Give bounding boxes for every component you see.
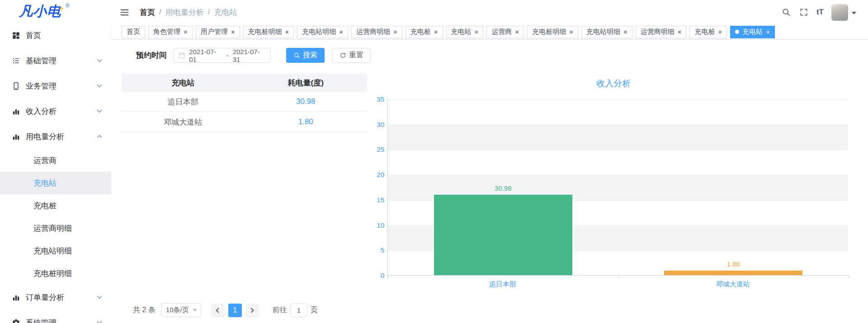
table-row: 邓城大道站1.80 [122, 112, 367, 132]
page-size-select[interactable]: 10条/页 [161, 303, 201, 317]
fullscreen-icon[interactable] [799, 7, 809, 17]
pagination: 共 2 条 10条/页 1 前往 页 [133, 303, 318, 317]
close-icon[interactable]: × [339, 28, 343, 35]
station-cell: 追日本部 [122, 92, 245, 112]
tab-7[interactable]: 充电站× [446, 26, 484, 38]
tab-1[interactable]: 角色管理× [148, 26, 193, 38]
y-axis-tick-label: 15 [374, 196, 384, 204]
active-tab-dot [735, 30, 739, 34]
sidebar-item-1[interactable]: 基础管理 [0, 48, 111, 73]
page-number-button[interactable]: 1 [228, 304, 242, 317]
tab-5[interactable]: 运营商明细× [351, 26, 402, 38]
mobile-icon [12, 82, 20, 90]
tags-view-bar: 首页角色管理×用户管理×充电桩明细×充电站明细×运营商明细×充电桩×充电站×运营… [111, 24, 868, 40]
sidebar-subitem-4-1[interactable]: 充电站 [0, 172, 111, 194]
content: 预约时间 2021-07-01 - 2021-07-31 搜索 重置 充电站耗电 [111, 40, 868, 323]
app-logo[interactable]: 凡小电 ® [0, 0, 111, 23]
chart-title: 收入分析 [374, 78, 853, 89]
goto-label: 前往 [273, 305, 287, 315]
goto-page-input[interactable] [290, 303, 307, 317]
sidebar-subitem-label: 运营商 [33, 155, 57, 166]
search-icon [293, 52, 300, 59]
close-icon[interactable]: × [393, 28, 397, 35]
sidebar-item-5[interactable]: 订单量分析 [0, 285, 111, 310]
sidebar-subitem-4-3[interactable]: 运营商明细 [0, 217, 111, 239]
close-icon[interactable]: × [475, 28, 479, 35]
sidebar-subitem-4-2[interactable]: 充电桩 [0, 194, 111, 217]
start-date-value[interactable]: 2021-07-01 [189, 48, 222, 63]
reset-button[interactable]: 重置 [332, 48, 371, 63]
breadcrumb-item-1: 用电量分析 [165, 7, 204, 18]
sidebar-item-label: 用电量分析 [26, 131, 98, 142]
tab-label: 运营商 [491, 28, 512, 36]
sidebar-subitem-label: 充电桩 [33, 201, 57, 211]
tab-3[interactable]: 充电桩明细× [243, 26, 294, 38]
close-icon[interactable]: × [678, 28, 682, 35]
close-icon[interactable]: × [231, 28, 235, 35]
y-axis-tick-label: 20 [374, 171, 384, 179]
sidebar-subitem-label: 充电桩明细 [33, 268, 72, 279]
y-axis-tick-label: 35 [374, 95, 384, 103]
breadcrumb-separator: / [208, 8, 210, 17]
tab-0[interactable]: 首页 [122, 26, 145, 38]
prev-page-button[interactable] [211, 304, 225, 317]
avatar[interactable] [831, 4, 848, 21]
hamburger-icon[interactable] [119, 7, 130, 18]
bar-chart-icon [12, 132, 20, 141]
chevron-down-icon[interactable] [852, 12, 856, 17]
close-icon[interactable]: × [718, 28, 722, 35]
breadcrumb-item-0[interactable]: 首页 [140, 7, 155, 18]
sidebar-subitem-4-4[interactable]: 充电站明细 [0, 239, 111, 262]
sidebar-item-label: 收入分析 [26, 106, 98, 117]
tab-12[interactable]: 充电桩× [689, 26, 727, 38]
search-icon[interactable] [781, 7, 791, 17]
date-range-picker[interactable]: 2021-07-01 - 2021-07-31 [173, 48, 271, 63]
tab-label: 充电桩明细 [248, 28, 282, 36]
sidebar-item-label: 基础管理 [26, 56, 98, 66]
font-size-icon[interactable]: tT [816, 7, 824, 17]
gridline [388, 175, 848, 175]
x-axis-category-label: 邓城大道站 [664, 280, 802, 289]
close-icon[interactable]: × [766, 28, 770, 35]
sidebar-item-2[interactable]: 业务管理 [0, 73, 111, 98]
close-icon[interactable]: × [434, 28, 438, 35]
sidebar-subitem-4-5[interactable]: 充电桩明细 [0, 262, 111, 285]
split-area-band [388, 125, 848, 150]
close-icon[interactable]: × [184, 28, 188, 35]
tab-2[interactable]: 用户管理× [196, 26, 240, 38]
breadcrumb-item-2: 充电站 [214, 7, 237, 18]
tab-10[interactable]: 充电站明细× [581, 26, 632, 38]
column-header: 耗电量(度) [245, 74, 368, 92]
tab-8[interactable]: 运营商× [486, 26, 524, 38]
reset-button-label: 重置 [349, 51, 363, 60]
sidebar-item-4[interactable]: 用电量分析 [0, 124, 111, 149]
sidebar-item-label: 订单量分析 [26, 292, 98, 303]
next-page-button[interactable] [245, 304, 259, 317]
gridline [388, 99, 848, 100]
tab-13[interactable]: 充电站× [730, 26, 775, 38]
close-icon[interactable]: × [623, 28, 627, 35]
close-icon[interactable]: × [285, 28, 289, 35]
y-axis-tick-label: 30 [374, 121, 384, 129]
chart-bar [434, 195, 572, 275]
tab-label: 充电站明细 [302, 28, 336, 36]
sidebar-subitem-4-0[interactable]: 运营商 [0, 149, 111, 172]
sidebar-item-3[interactable]: 收入分析 [0, 98, 111, 124]
sidebar-item-6[interactable]: 系统管理 [0, 310, 111, 323]
refresh-icon [340, 52, 346, 59]
tab-4[interactable]: 充电站明细× [297, 26, 348, 38]
search-button[interactable]: 搜索 [286, 48, 325, 63]
calendar-icon [178, 51, 185, 59]
sidebar: 凡小电 ® 首页基础管理业务管理收入分析用电量分析运营商充电站充电桩运营商明细充… [0, 0, 111, 323]
tab-label: 充电站明细 [586, 28, 620, 36]
tab-6[interactable]: 充电桩× [406, 26, 443, 38]
tab-11[interactable]: 运营商明细× [636, 26, 687, 38]
y-axis: 35302520151050 [374, 99, 384, 276]
chart-plot-area: 30.981.80 [387, 99, 848, 276]
tab-9[interactable]: 充电桩明细× [527, 26, 578, 38]
navbar: 首页/用电量分析/充电站 tT [111, 0, 868, 24]
end-date-value[interactable]: 2021-07-31 [233, 48, 266, 63]
sidebar-item-0[interactable]: 首页 [0, 23, 111, 48]
close-icon[interactable]: × [569, 28, 573, 35]
close-icon[interactable]: × [515, 28, 519, 35]
